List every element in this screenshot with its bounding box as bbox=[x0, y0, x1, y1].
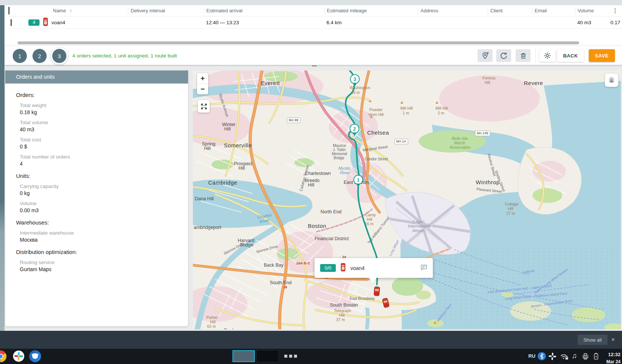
column-header-address[interactable]: Address bbox=[418, 7, 488, 15]
time-label: 12:32 bbox=[608, 352, 621, 357]
section-heading: Orders: bbox=[16, 92, 188, 98]
unit-name: voan4 bbox=[51, 20, 65, 25]
expand-icon bbox=[200, 103, 208, 110]
route-marker-2[interactable]: 2 bbox=[350, 124, 359, 134]
status-text: 4 orders selected, 1 unit assigned, 1 ro… bbox=[72, 53, 177, 59]
background-panel-edge bbox=[0, 5, 4, 331]
wizard-steps: 123 bbox=[13, 49, 66, 63]
field-label: Total weight bbox=[20, 103, 188, 108]
show-all-button[interactable]: Show all bbox=[578, 335, 607, 345]
wifi-lock-icon[interactable] bbox=[560, 353, 569, 362]
field-value: Москва bbox=[20, 237, 188, 243]
step-2[interactable]: 2 bbox=[32, 49, 47, 63]
chat-icon[interactable] bbox=[421, 264, 427, 272]
field-value: 0 $ bbox=[20, 144, 188, 150]
field-label: Volume bbox=[20, 201, 188, 206]
music-icon[interactable]: ♫ bbox=[572, 352, 577, 360]
save-button[interactable]: SAVE bbox=[589, 49, 615, 62]
section-heading: Units: bbox=[16, 173, 188, 179]
step-3[interactable]: 3 bbox=[52, 49, 66, 63]
table-header: Name↑Delivery intervalEstimated arrivalE… bbox=[4, 5, 622, 16]
battery-icon[interactable] bbox=[592, 352, 601, 362]
field-label: Routing service bbox=[20, 260, 188, 265]
language-indicator[interactable]: RU bbox=[528, 353, 535, 359]
row-checkbox[interactable] bbox=[10, 19, 12, 26]
printer-icon[interactable] bbox=[581, 352, 590, 362]
workspace-thumbnail[interactable] bbox=[256, 350, 279, 362]
column-header-delivery-interval[interactable]: Delivery interval bbox=[128, 7, 204, 15]
table-menu-kebab-icon[interactable]: ⋮ bbox=[608, 7, 622, 15]
date-label: Mar 24 bbox=[606, 359, 621, 364]
popup-progress-badge: 0/0 bbox=[320, 264, 336, 272]
bluetooth-icon[interactable] bbox=[538, 352, 546, 362]
toolbar-divider bbox=[535, 48, 536, 63]
section-heading: Distribution optimization: bbox=[16, 249, 188, 255]
cell-estimated-arrival: 12:40 — 13:23 bbox=[204, 20, 324, 25]
workspace-thumbnail-active[interactable] bbox=[232, 350, 255, 362]
sort-asc-icon[interactable]: ↑ bbox=[70, 8, 72, 13]
cell-weight-partial: 0.17 bbox=[608, 20, 622, 25]
field-label: Total cost bbox=[20, 137, 188, 142]
assign-courier-button[interactable] bbox=[478, 49, 493, 62]
field-label: Total volume bbox=[20, 120, 188, 125]
field-value: Gurtam Maps bbox=[20, 266, 188, 272]
thunderbird-icon[interactable] bbox=[29, 350, 41, 364]
close-icon[interactable]: × bbox=[611, 335, 615, 344]
column-header-client[interactable]: Client bbox=[488, 7, 532, 15]
layers-icon bbox=[607, 76, 616, 85]
column-header-volume[interactable]: Volume bbox=[575, 7, 608, 15]
orders-and-units-panel: Orders and units Orders:Total weight0.18… bbox=[5, 70, 188, 326]
route-marker-1[interactable]: 1 bbox=[353, 175, 363, 185]
cell-estimated-mileage: 6.4 km bbox=[324, 20, 418, 25]
map-canvas[interactable]: MA 99MA 145MA 1AEverettRevereFennosHillW… bbox=[193, 70, 621, 329]
vehicle-marker bbox=[374, 287, 380, 296]
cell-volume: 40 m3 bbox=[575, 20, 608, 25]
unit-popup[interactable]: 0/0 voan4 bbox=[315, 258, 433, 278]
zoom-in-button[interactable]: + bbox=[197, 73, 208, 84]
zoom-out-button[interactable]: − bbox=[197, 84, 208, 94]
orders-count-badge: 4 bbox=[28, 19, 40, 26]
step-1[interactable]: 1 bbox=[13, 49, 27, 63]
field-value: 40 m3 bbox=[20, 126, 188, 132]
map-tiles bbox=[193, 70, 621, 329]
back-button[interactable]: BACK bbox=[557, 49, 584, 62]
slack-tray-icon[interactable] bbox=[548, 352, 557, 362]
clock[interactable]: 12:32 Mar 24 bbox=[601, 351, 621, 364]
drag-handle-icon[interactable]: ••• bbox=[310, 64, 319, 68]
map-layers-button[interactable] bbox=[605, 73, 618, 87]
route-marker-3[interactable]: 3 bbox=[350, 74, 360, 84]
fullscreen-button[interactable] bbox=[198, 100, 210, 113]
field-label: Total number of orders bbox=[20, 154, 188, 160]
more-windows-icon[interactable] bbox=[284, 355, 297, 358]
field-value: 0 kg bbox=[20, 190, 188, 196]
chrome-icon[interactable] bbox=[0, 350, 7, 364]
refresh-button[interactable] bbox=[496, 49, 511, 62]
column-header-name[interactable]: Name↑ bbox=[25, 7, 128, 15]
field-value: 4 bbox=[20, 161, 188, 167]
panel-title: Orders and units bbox=[5, 70, 188, 84]
person-pin-plus-icon bbox=[481, 51, 489, 60]
orders-table: Name↑Delivery intervalEstimated arrivalE… bbox=[4, 5, 622, 46]
field-label: Carrying capacity bbox=[20, 183, 188, 189]
window-top-strip bbox=[0, 0, 622, 5]
taskbar: RU ♫ bbox=[0, 349, 622, 364]
section-heading: Warehouses: bbox=[16, 219, 188, 226]
column-header-estimated-arrival[interactable]: Estimated arrival bbox=[204, 7, 324, 15]
popup-unit-name: voan4 bbox=[350, 265, 365, 271]
delete-button[interactable] bbox=[516, 49, 531, 62]
field-label: Intermediate warehouse bbox=[20, 230, 188, 236]
field-value: 0.00 m3 bbox=[20, 207, 188, 213]
slack-icon[interactable] bbox=[13, 351, 24, 363]
truck-icon bbox=[340, 263, 346, 273]
horizontal-scrollbar[interactable] bbox=[18, 41, 579, 44]
map-zoom-control: + − bbox=[197, 73, 208, 94]
column-header-estimated-mileage[interactable]: Estimated mileage bbox=[324, 7, 418, 15]
notification-bar: Show all × bbox=[0, 331, 622, 349]
truck-icon bbox=[43, 18, 48, 27]
stepper-toolbar: 123 4 orders selected, 1 unit assigned, … bbox=[4, 46, 622, 65]
trash-icon bbox=[519, 52, 527, 60]
settings-button[interactable] bbox=[539, 49, 556, 62]
table-row[interactable]: 4 voan4 12:40 — 13:23 6.4 km 40 m3 0.17 bbox=[4, 16, 622, 29]
column-header-email[interactable]: Email bbox=[532, 7, 575, 15]
select-all-checkbox[interactable] bbox=[8, 7, 10, 15]
